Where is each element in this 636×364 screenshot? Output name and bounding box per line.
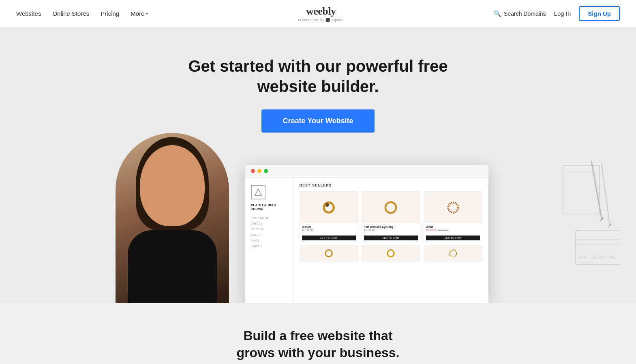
nav-link-websites[interactable]: Websites [16,10,41,17]
signup-button[interactable]: Sign Up [579,6,620,21]
product-name-1: Jessica [302,225,356,228]
product-card-1: Jessica $1,712.50 ADD TO CART [300,191,358,242]
add-to-cart-1[interactable]: ADD TO CART [302,236,356,240]
create-website-button[interactable]: Create Your Website [261,109,374,133]
navbar: Websites Online Stores Pricing More ▾ we… [0,0,636,28]
sketch-svg: 4417 1231 5678 9010 ~~~~/~~~ [539,157,620,303]
sidebar-item-custom: CUSTOM [251,228,288,231]
search-domains-label: Search Domains [504,11,546,17]
svg-line-11 [591,161,602,218]
person-body [128,230,217,303]
ring-image-6 [447,247,460,260]
product-img-4 [300,246,358,261]
svg-marker-13 [600,217,604,222]
products-grid: Jessica $1,712.50 ADD TO CART [300,191,483,242]
best-sellers-title: BEST SELLERS [300,183,483,187]
svg-rect-17 [575,239,620,245]
sidebar-logo-mark [251,185,266,199]
nav-link-pricing[interactable]: Pricing [101,10,119,17]
ring-image-2 [382,199,400,216]
hero-section: Get started with our powerful free websi… [0,28,636,303]
login-link[interactable]: Log In [554,10,571,17]
logo[interactable]: weebly eCommerce by ⬛ Square [298,5,344,22]
product-price-2: $1,275.00 [364,229,418,231]
svg-point-3 [327,203,329,206]
product-card-4 [300,245,358,261]
logo-wordmark: weebly [298,5,344,17]
person-image [116,133,229,303]
product-price-3: $1,900.00 $3,299.00 [426,229,480,231]
product-name-2: Fine Diamond Eye Ring [364,225,418,228]
browser-dot-red [251,169,255,173]
nav-link-online-stores[interactable]: Online Stores [52,10,89,17]
sidebar-brand-name: BLAIR LAUREN BROWN [251,203,288,211]
browser-dot-green [264,169,268,173]
product-card-6 [424,245,482,261]
sidebar-item-shop: SHOP [251,239,288,242]
svg-point-8 [450,250,456,257]
triangle-icon [254,188,262,196]
bottom-headline-line2: grows with your business. [237,345,400,360]
hero-headline-line1: Get started with our powerful free [188,57,448,75]
product-img-2 [362,192,420,223]
product-img-3 [424,192,482,223]
svg-text:4417 1231 5678 9010: 4417 1231 5678 9010 [579,256,617,259]
svg-point-1 [324,203,334,213]
browser-mockup: BLAIR LAUREN BROWN LOOKBOOK BRIDAL CUSTO… [245,165,488,303]
svg-marker-0 [255,189,261,195]
svg-text:~~~~/~~~: ~~~~/~~~ [579,261,593,264]
search-icon: 🔍 [494,10,501,17]
hero-headline: Get started with our powerful free websi… [188,56,448,96]
svg-rect-16 [575,230,620,265]
product-name-3: Diana [426,225,480,228]
sidebar-item-lookbook: LOOKBOOK [251,216,288,219]
nav-actions-right: 🔍 Search Domains Log In Sign Up [494,6,620,21]
bottom-headline: Build a free website that grows with you… [8,328,628,361]
browser-content: BLAIR LAUREN BROWN LOOKBOOK BRIDAL CUSTO… [245,178,488,303]
svg-point-4 [385,202,396,213]
logo-subtitle: eCommerce by ⬛ Square [298,18,344,22]
svg-line-12 [593,161,603,218]
original-price-3: $3,299.00 [438,229,449,231]
sidebar-item-bridal: BRIDAL [251,222,288,225]
sketch-decoration: 4417 1231 5678 9010 ~~~~/~~~ [539,157,620,303]
nav-links-left: Websites Online Stores Pricing More ▾ [16,10,148,17]
add-to-cart-2[interactable]: ADD TO CART [364,236,418,240]
chevron-down-icon: ▾ [146,11,148,16]
hero-headline-line2: website builder. [257,77,379,95]
ring-image-5 [384,247,397,260]
product-price-1: $1,712.50 [302,229,356,231]
product-card-2: Fine Diamond Eye Ring $1,275.00 ADD TO C… [362,191,420,242]
search-domains-link[interactable]: 🔍 Search Domains [494,10,546,17]
sale-price-3: $1,900.00 [426,229,437,231]
browser-dot-yellow [257,169,261,173]
product-card-3: Diana $1,900.00 $3,299.00 ADD TO CART [424,191,482,242]
product-img-6 [424,246,482,261]
ring-image-4 [322,247,335,260]
products-grid-row2 [300,245,483,261]
svg-point-5 [448,203,458,213]
sidebar-item-cart: CART 2 [251,245,288,248]
product-info-1: Jessica $1,712.50 ADD TO CART [300,223,358,242]
bottom-section: Build a free website that grows with you… [0,303,636,364]
svg-point-7 [388,250,394,257]
ring-image-3 [444,199,462,216]
product-info-2: Fine Diamond Eye Ring $1,275.00 ADD TO C… [362,223,420,242]
product-img-5 [362,246,420,261]
browser-sidebar: BLAIR LAUREN BROWN LOOKBOOK BRIDAL CUSTO… [245,178,294,303]
product-img-1 [300,192,358,223]
bottom-headline-line1: Build a free website that [243,328,392,343]
browser-toolbar [245,165,488,178]
add-to-cart-3[interactable]: ADD TO CART [426,236,480,240]
ring-image-1 [320,199,338,216]
product-info-3: Diana $1,900.00 $3,299.00 ADD TO CART [424,223,482,242]
person-face [140,145,205,226]
browser-main: BEST SELLERS Jessica [294,178,488,303]
sidebar-item-about: ABOUT [251,233,288,236]
product-card-5 [362,245,420,261]
nav-link-more[interactable]: More ▾ [131,10,148,17]
svg-line-14 [602,163,610,224]
svg-point-6 [325,250,332,257]
